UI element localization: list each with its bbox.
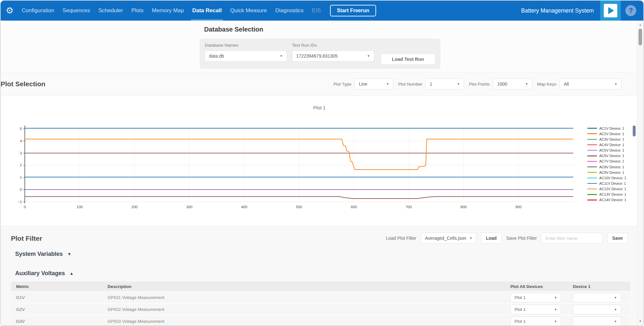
legend-item-ac11v-device-1[interactable]: AC11V Device: 1 [587,181,626,186]
plot-number-value: 1 [430,81,432,87]
top-navbar: ⚙ ConfigurationSequencesSchedulerPlotsMe… [1,1,643,21]
device1-select-g1v[interactable]: ▼ [573,293,621,303]
load-filter-button[interactable]: Load [481,233,502,244]
plot-number-select[interactable]: 1▼ [425,79,464,89]
legend-label: AC8V Device: 1 [599,165,624,169]
svg-text:800: 800 [460,205,467,209]
legend-item-ac2v-device-1[interactable]: AC2V Device: 1 [587,131,626,136]
legend-swatch [587,178,597,179]
legend-label: AC13V Device: 1 [599,192,626,196]
map-keys-select[interactable]: All▼ [560,79,621,89]
plot-all-select-g2v[interactable]: Plot 1▼ [510,305,561,314]
database-selection-title: Database Selection [204,26,263,33]
legend-label: AC11V Device: 1 [599,182,626,185]
plot-all-devices-cell: Plot 1▼ [510,317,573,326]
legend-swatch [587,128,597,129]
legend-label: AC12V Device: 1 [599,187,626,191]
help-icon[interactable]: ? [625,5,636,16]
nav-item-quick-measure[interactable]: Quick Measure [230,1,267,21]
gear-icon[interactable]: ⚙ [6,6,14,15]
plot-selection-controls: Plot TypeLine▼Plot Number1▼Plot Points10… [333,79,621,89]
column-header-metric: Metric [16,284,108,289]
legend-label: AC14V Device: 1 [599,198,626,202]
nav-items: ConfigurationSequencesSchedulerPlotsMemo… [17,1,325,21]
scrollbar-thumb[interactable] [639,29,642,45]
save-filter-button[interactable]: Save [607,233,628,244]
svg-text:600: 600 [351,205,357,209]
chevron-down-icon: ▼ [614,296,617,299]
start-freerun-button[interactable]: Start Freerun [330,5,376,16]
nav-item-diagnostics[interactable]: Diagnostics [275,1,304,21]
svg-text:2: 2 [20,163,22,167]
plot-filter-title: Plot Filter [11,235,42,242]
nav-item-sequences[interactable]: Sequences [62,1,90,21]
plot-points-value: 1000 [497,81,507,87]
legend-item-ac12v-device-1[interactable]: AC12V Device: 1 [587,186,626,192]
plot-svg[interactable]: −10123450100200300400500600700800900 [1,96,638,226]
legend-item-ac9v-device-1[interactable]: AC9V Device: 1 [587,170,626,175]
device1-select-g3v[interactable]: ▼ [573,317,621,326]
map-keys-value: All [564,81,569,87]
app-window: ⚙ ConfigurationSequencesSchedulerPlotsMe… [0,0,644,326]
control-plot-points: Plot Points1000▼ [469,79,532,89]
test-run-ids-select[interactable]: 1722394679.831305 ▼ [292,51,374,61]
database-names-select[interactable]: data.db ▼ [205,51,287,61]
auxiliary-voltages-table: MetricDescriptionPlot All DevicesDevice … [11,282,630,325]
scroll-up-icon[interactable]: ▲ [637,23,643,26]
nav-item-plots[interactable]: Plots [131,1,144,21]
svg-text:300: 300 [186,205,192,209]
plot-type-label: Plot Type [333,82,351,87]
legend-item-ac13v-device-1[interactable]: AC13V Device: 1 [587,192,626,197]
svg-text:0: 0 [20,188,22,191]
play-button[interactable] [600,1,621,21]
scroll-down-icon[interactable]: ▼ [637,320,643,323]
legend-item-ac4v-device-1[interactable]: AC4V Device: 1 [587,142,626,147]
chevron-down-icon: ▼ [469,237,472,240]
svg-text:500: 500 [296,205,302,209]
plot-points-label: Plot Points [469,82,490,87]
legend-swatch [587,139,597,140]
legend-label: AC1V Device: 1 [599,126,624,130]
plot-type-select[interactable]: Line▼ [355,79,393,89]
legend-item-ac14v-device-1[interactable]: AC14V Device: 1 [587,197,626,203]
legend-item-ac5v-device-1[interactable]: AC5V Device: 1 [587,148,626,153]
inner-scrollbar-thumb[interactable] [633,126,636,136]
legend-item-ac3v-device-1[interactable]: AC3V Device: 1 [587,136,626,142]
auxiliary-voltages-header[interactable]: Auxiliary Voltages ▲ [15,270,74,277]
page-scrollbar[interactable]: ▲ ▼ [637,21,643,325]
chart-title: Plot 1 [290,105,348,110]
description-cell: GPIO1 Voltage Measurement [108,295,510,300]
nav-item-eis: EIS [312,1,321,21]
chevron-down-icon: ▼ [554,296,557,299]
nav-item-scheduler[interactable]: Scheduler [98,1,123,21]
nav-item-data-recall[interactable]: Data Recall [192,1,222,21]
plot-all-select-g1v[interactable]: Plot 1▼ [510,293,561,303]
plot-filter-section: Plot Filter Load Plot Filter Averaged_Ce… [1,226,637,325]
legend-item-ac8v-device-1[interactable]: AC8V Device: 1 [587,164,626,170]
plot-selection-section: Plot Selection Plot TypeLine▼Plot Number… [1,72,637,96]
plot-all-devices-cell: Plot 1▼ [510,293,573,303]
plot-all-select-g1v-value: Plot 1 [515,295,526,300]
column-header-description: Description [108,284,510,289]
legend-item-ac1v-device-1[interactable]: AC1V Device: 1 [587,126,626,131]
svg-text:0: 0 [24,205,26,209]
nav-item-memory-map[interactable]: Memory Map [152,1,184,21]
plot-all-select-g3v[interactable]: Plot 1▼ [510,317,561,326]
load-test-run-button[interactable]: Load Test Run [381,54,435,65]
load-plot-filter-select[interactable]: Averaged_Cells.json ▼ [421,233,476,244]
device1-select-g2v[interactable]: ▼ [573,305,621,314]
legend-swatch [587,150,597,151]
plot-points-select[interactable]: 1000▼ [493,79,532,89]
device1-cell: ▼ [573,293,630,303]
legend-item-ac10v-device-1[interactable]: AC10V Device: 1 [587,175,626,181]
filter-name-input[interactable] [541,233,602,244]
metric-cell: G2V [16,307,108,312]
nav-item-configuration[interactable]: Configuration [22,1,54,21]
legend-item-ac7v-device-1[interactable]: AC7V Device: 1 [587,159,626,164]
svg-text:400: 400 [241,205,247,209]
system-variables-header[interactable]: System Variables ▼ [15,251,71,257]
legend-swatch [587,183,597,184]
legend-item-ac6v-device-1[interactable]: AC6V Device: 1 [587,153,626,159]
svg-text:900: 900 [515,205,521,209]
legend-label: AC5V Device: 1 [599,148,624,152]
